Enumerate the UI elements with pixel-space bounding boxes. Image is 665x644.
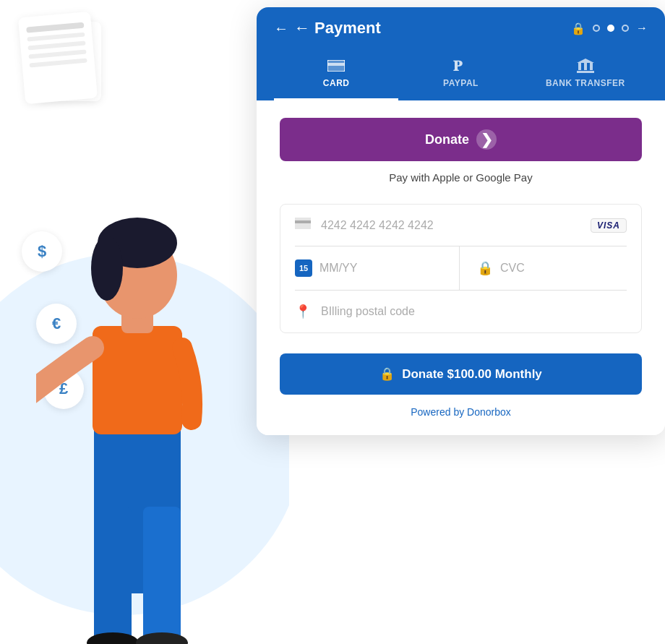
step-dot-1 [593,25,600,32]
tab-bank-transfer-label: BANK TRANSFER [546,78,625,88]
next-arrow-icon[interactable]: → [636,22,648,35]
location-icon: 📍 [295,304,311,319]
header-top: ← ← Payment 🔒 → [274,19,648,38]
powered-by-text: Powered by Donorbox [280,406,642,418]
svg-rect-13 [327,63,345,66]
bank-icon [577,58,594,74]
payment-body: Donate ❯ Pay with Apple or Google Pay 42… [257,100,665,435]
donate-monthly-label: Donate $100.00 Monthly [402,367,542,382]
date-cvc-row: 15 MM/YY 🔒 CVC [295,246,627,291]
postal-code-field[interactable]: 📍 BIlling postal code [295,291,627,332]
back-button[interactable]: ← ← Payment [274,19,381,38]
svg-point-9 [91,236,123,301]
svg-rect-2 [143,507,181,644]
card-field-icon [295,218,311,233]
svg-marker-19 [577,59,594,63]
svg-rect-16 [584,63,587,70]
donate-chevron-icon: ❯ [476,129,497,150]
svg-rect-5 [93,326,182,434]
expiry-field[interactable]: 15 MM/YY [295,246,460,290]
calendar-icon: 15 [295,259,312,277]
paypal-icon: 𝐏 [453,58,468,74]
apple-google-pay-text: Pay with Apple or Google Pay [280,171,642,184]
svg-rect-1 [94,507,132,644]
cvc-lock-icon: 🔒 [477,260,493,276]
card-number-placeholder: 4242 4242 4242 4242 [321,219,580,232]
donate-monthly-lock-icon: 🔒 [379,366,395,382]
svg-text:𝐏: 𝐏 [453,58,463,74]
tab-bank-transfer[interactable]: BANK TRANSFER [523,49,648,100]
postal-placeholder: BIlling postal code [321,305,627,318]
tab-paypal-label: PAYPAL [443,78,479,88]
payment-header: ← ← Payment 🔒 → CARD [257,7,665,100]
back-arrow-icon: ← [274,20,288,37]
visa-logo: VISA [591,218,627,233]
svg-rect-21 [295,220,311,223]
tab-paypal[interactable]: 𝐏 PAYPAL [398,49,523,100]
donate-quick-label: Donate [425,132,469,147]
tab-card[interactable]: CARD [274,49,398,100]
payment-tabs: CARD 𝐏 PAYPAL [274,49,648,100]
step-dot-2 [607,25,614,32]
cvc-field[interactable]: 🔒 CVC [460,246,627,290]
tab-card-label: CARD [323,78,350,88]
donate-quick-button[interactable]: Donate ❯ [280,118,642,161]
header-icons: 🔒 → [571,22,648,35]
svg-rect-17 [590,63,593,70]
doc-card-front [18,12,98,104]
card-number-field[interactable]: 4242 4242 4242 4242 VISA [295,205,627,246]
card-icon [327,58,345,74]
donate-monthly-button[interactable]: 🔒 Donate $100.00 Monthly [280,353,642,395]
form-fields-container: 4242 4242 4242 4242 VISA 15 MM/YY 🔒 CVC [280,204,642,333]
lock-icon: 🔒 [571,22,585,35]
svg-rect-15 [578,63,581,70]
payment-ui-card: ← ← Payment 🔒 → CARD [257,7,665,435]
step-dot-3 [622,25,629,32]
cvc-placeholder: CVC [500,262,627,275]
expiry-placeholder: MM/YY [319,262,445,275]
page-title: ← Payment [294,19,381,38]
person-illustration [36,102,239,644]
background-illustration: $ € £ [0,0,289,644]
svg-rect-18 [577,71,594,73]
